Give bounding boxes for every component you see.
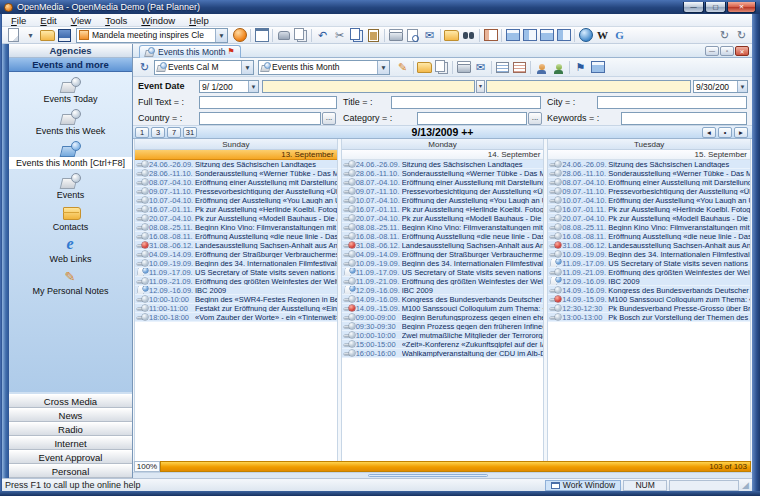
day-span-button[interactable]: 31	[183, 127, 197, 138]
event-row[interactable]: 09.07.-11.10. Pressevorbesichtigung der …	[135, 187, 337, 196]
sidebar-item-web-links[interactable]: Web Links	[9, 235, 132, 267]
new-window-icon[interactable]	[253, 28, 270, 43]
mdi-minimize-button[interactable]: —	[705, 46, 719, 56]
story-combo-arrow[interactable]: ▼	[215, 29, 227, 42]
event-row[interactable]: 18:00-18:00 «Vom Zauber der Worte» - ein…	[135, 313, 337, 322]
sidebar-item-events[interactable]: Events	[9, 171, 132, 203]
sidebar-group-news[interactable]: News	[9, 408, 132, 422]
new-document-icon[interactable]	[5, 28, 22, 43]
query-combo-arrow[interactable]: ▼	[377, 61, 389, 74]
send-icon[interactable]: ✉	[421, 28, 438, 43]
left-dock-strip[interactable]	[2, 44, 9, 478]
event-row[interactable]: 14.09.-16.09. Kongress des Bundesverband…	[342, 295, 544, 304]
event-row[interactable]: 16.07.-01.11. Pk zur Ausstellung «Herlin…	[548, 205, 750, 214]
event-row[interactable]: 14.09.-16.09. Kongress des Bundesverband…	[548, 286, 750, 295]
event-row[interactable]: 16:00-16:00 Wahlkampfveranstaltung der C…	[342, 349, 544, 358]
event-row[interactable]: 11.09.-21.09. Eröffnung des größten Wein…	[342, 277, 544, 286]
date-range-split-button[interactable]: ▾	[476, 80, 485, 93]
work-window-button[interactable]: Work Window	[545, 480, 621, 491]
titlebar[interactable]: OpenMedia - OpenMedia Demo (Pat Planner)…	[0, 0, 760, 14]
sidebar-group-cross-media[interactable]: Cross Media	[9, 394, 132, 408]
full-text-input[interactable]	[199, 96, 337, 109]
event-row[interactable]: 12.09.-16.09. IBC 2009	[548, 277, 750, 286]
event-date-from-display[interactable]	[262, 80, 475, 93]
event-row[interactable]: 31.08.-06.12. Landesausstellung Sachsen-…	[548, 241, 750, 250]
sidebar-item-events-this-month[interactable]: Events this Month [Ctrl+F8]	[9, 139, 132, 171]
sidebar-item-contacts[interactable]: Contacts	[9, 203, 132, 235]
date-cell[interactable]: 15. September	[548, 150, 750, 160]
event-row[interactable]: 09.07.-11.10. Pressevorbesichtigung der …	[342, 187, 544, 196]
date-from-picker[interactable]: 9/ 1/200 ▼	[199, 80, 259, 93]
day-span-button[interactable]: 7	[167, 127, 181, 138]
refresh-icon[interactable]: ↻	[136, 60, 153, 75]
event-row[interactable]: 08.08.-25.11. Beginn Kino Vino: Filmvera…	[342, 223, 544, 232]
event-row[interactable]: 10.09.-19.09. Beginn des 34. Internation…	[135, 259, 337, 268]
menu-item[interactable]: File	[4, 14, 33, 27]
search-icon[interactable]	[460, 28, 477, 43]
event-date-to-display[interactable]	[486, 80, 691, 93]
sidebar-header-agencies[interactable]: Agencies	[9, 44, 132, 58]
event-row[interactable]: 10:00-10:00 Beginn des «SWR4-Festes Regi…	[135, 295, 337, 304]
event-row[interactable]: 08.07.-04.10. Eröffnung einer Ausstellun…	[342, 178, 544, 187]
event-row[interactable]: 11.09.-21.09. Eröffnung des größten Wein…	[135, 277, 337, 286]
close-button[interactable]: ✕	[727, 2, 756, 13]
sidebar-group-event-approval[interactable]: Event Approval	[9, 450, 132, 464]
sidebar-item-my-personal-notes[interactable]: My Personal Notes	[9, 267, 132, 299]
forward-user-icon[interactable]	[550, 60, 567, 75]
city-input[interactable]	[597, 96, 747, 109]
resize-grip[interactable]: ◢	[742, 480, 749, 490]
sidebar-item-events-today[interactable]: Events Today	[9, 75, 132, 107]
date-from-arrow[interactable]: ▼	[248, 81, 258, 92]
date-cell[interactable]: 13. September	[135, 150, 337, 160]
event-row[interactable]: 08.07.-04.10. Eröffnung einer Ausstellun…	[548, 178, 750, 187]
event-row[interactable]: 08.08.-25.11. Beginn Kino Vino: Filmvera…	[135, 223, 337, 232]
next-button[interactable]: ▸	[734, 127, 748, 138]
event-row[interactable]: 16.08.-08.11. Eröffnung Ausstellung «die…	[342, 232, 544, 241]
event-row[interactable]: 20.07.-04.10. Pk zur Ausstellung «Modell…	[342, 214, 544, 223]
minimize-button[interactable]: —	[683, 2, 704, 13]
event-row[interactable]: 08.07.-04.10. Eröffnung einer Ausstellun…	[135, 178, 337, 187]
open-icon[interactable]	[39, 28, 56, 43]
google-icon[interactable]: G	[611, 28, 628, 43]
category-browse-button[interactable]: ...	[528, 112, 542, 125]
sidebar-group-radio[interactable]: Radio	[9, 422, 132, 436]
event-row[interactable]: 28.06.-11.10. Sonderausstellung «Werner …	[342, 169, 544, 178]
event-row[interactable]: 10.09.-19.09. Beginn des 34. Internation…	[342, 259, 544, 268]
event-row[interactable]: 04.09.-14.09. Eröffnung der Straßburger …	[342, 250, 544, 259]
event-row[interactable]: 11.09.-17.09. US Secretary of State visi…	[135, 268, 337, 277]
print-preview-icon[interactable]	[404, 28, 421, 43]
date-to-picker[interactable]: 9/30/200 ▼	[693, 80, 748, 93]
event-row[interactable]: 24.06.-26.09. Sitzung des Sächsischen La…	[342, 160, 544, 169]
sidebar-group-events-and-more[interactable]: Events and more	[9, 58, 132, 72]
event-row[interactable]: 09.07.-11.10. Pressevorbesichtigung der …	[548, 187, 750, 196]
event-row[interactable]: 11.09.-21.09. Eröffnung des größten Wein…	[548, 268, 750, 277]
event-row[interactable]: 09:30-09:30 Beginn Prozess gegen den frü…	[342, 322, 544, 331]
event-row[interactable]: 14.09.-15.09. M100 Sanssouci Colloquium …	[342, 304, 544, 313]
menu-item[interactable]: Help	[182, 14, 216, 27]
edit-query-icon[interactable]: ✎	[394, 60, 411, 75]
paste-icon[interactable]	[365, 28, 382, 43]
new-dropdown-icon[interactable]: ▾	[22, 28, 39, 43]
event-row[interactable]: 24.06.-26.09. Sitzung des Sächsischen La…	[135, 160, 337, 169]
event-row[interactable]: 09:00-09:00 Beginn Berufungsprozess gege…	[342, 313, 544, 322]
event-row[interactable]: 10.07.-04.10. Eröffnung der Ausstellung …	[135, 196, 337, 205]
event-row[interactable]: 15:00-15:00 «Zeit»-Konferenz «Zukunftsgi…	[342, 340, 544, 349]
roll-down-icon[interactable]: ↻	[733, 28, 750, 43]
mdi-restore-button[interactable]: ▫	[720, 46, 734, 56]
event-row[interactable]: 10.09.-19.09. Beginn des 34. Internation…	[548, 250, 750, 259]
country-browse-button[interactable]: ...	[322, 112, 336, 125]
event-row[interactable]: 11.09.-17.09. US Secretary of State visi…	[342, 268, 544, 277]
calendar-combo[interactable]: Events Cal M ▼	[154, 60, 254, 75]
mdi-close-button[interactable]: ✕	[735, 46, 749, 56]
event-row[interactable]: 16.07.-01.11. Pk zur Ausstellung «Herlin…	[342, 205, 544, 214]
sidebar-item-events-this-week[interactable]: Events this Week	[9, 107, 132, 139]
event-row[interactable]: 11.09.-17.09. US Secretary of State visi…	[548, 259, 750, 268]
roll-up-icon[interactable]: ↻	[716, 28, 733, 43]
event-row[interactable]: 31.08.-06.12. Landesausstellung Sachsen-…	[135, 241, 337, 250]
event-row[interactable]: 14.09.-15.09. M100 Sanssouci Colloquium …	[548, 295, 750, 304]
flag-icon[interactable]: ⚑	[572, 60, 589, 75]
event-row[interactable]: 12.09.-16.09. IBC 2009	[135, 286, 337, 295]
tab-events-this-month[interactable]: Events this Month ⚑	[139, 45, 241, 58]
print-list-icon[interactable]	[455, 60, 472, 75]
copy-icon[interactable]	[348, 28, 365, 43]
